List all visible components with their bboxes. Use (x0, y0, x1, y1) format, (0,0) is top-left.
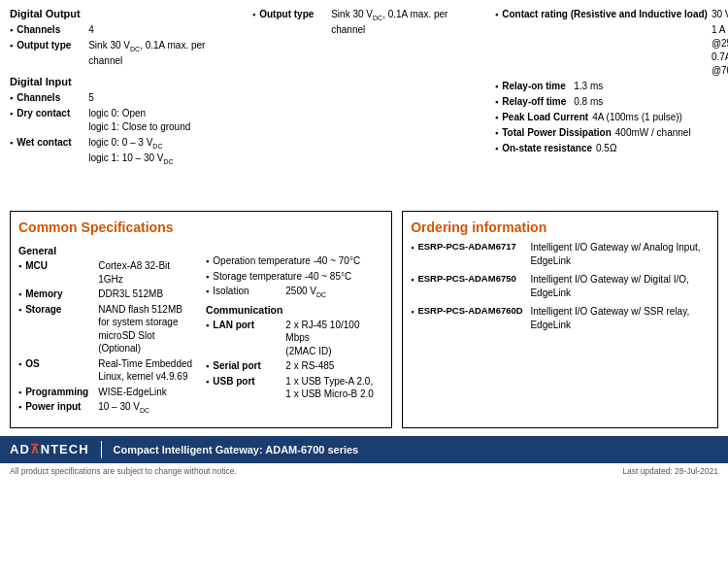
footer-logo: AD⊼NTECH (10, 442, 89, 456)
spec-key: Storage temperature (213, 270, 302, 284)
spec-key: Channels (17, 23, 84, 37)
spec-key: On-state resistance (502, 142, 592, 155)
order-val: Intelligent I/O Gateway w/ Digital I/O, … (530, 273, 710, 299)
list-item: On-state resistance 0.5Ω (495, 142, 718, 155)
spec-val: 4 (88, 23, 94, 37)
spec-val: Sink 30 VDC, 0.1A max. per channel (331, 8, 476, 37)
list-item: ESRP-PCS-ADAM6760D Intelligent I/O Gatew… (411, 305, 710, 331)
list-item: Total Power Dissipation 400mW / channel (495, 126, 718, 140)
spec-val: NAND flash 512MB for system storagemicro… (98, 303, 196, 355)
spec-val: DDR3L 512MB (98, 287, 163, 301)
order-key: ESRP-PCS-ADAM6760D (417, 305, 524, 331)
list-item: Channels 4 (10, 23, 233, 37)
spec-val: 1 x USB Type-A 2.0,1 x USB Micro-B 2.0 (285, 375, 374, 401)
spec-val: -40 ~ 85°C (305, 270, 351, 284)
order-val: Intelligent I/O Gateway w/ SSR relay, Ed… (530, 305, 710, 331)
list-item: Programming WISE-EdgeLink (18, 386, 196, 399)
spec-key: Contact rating (Resistive and Inductive … (502, 8, 708, 78)
ordering-list: ESRP-PCS-ADAM6717 Intelligent I/O Gatewa… (411, 241, 710, 331)
ordering-box: Ordering information ESRP-PCS-ADAM6717 I… (402, 211, 718, 427)
digital-input-list: Channels 5 Dry contact logic 0: Openlogi… (10, 91, 233, 167)
spec-key: Relay-on time (502, 80, 570, 93)
digital-output-title: Digital Output (10, 8, 233, 19)
list-item: Relay-on time 1.3 ms (495, 80, 718, 93)
spec-key: Wet contact (17, 136, 84, 167)
list-item: USB port 1 x USB Type-A 2.0,1 x USB Micr… (206, 375, 383, 401)
ordering-title: Ordering information (411, 219, 710, 235)
spec-key: Storage (25, 303, 95, 355)
col2: Output type Sink 30 VDC, 0.1A max. per c… (252, 8, 476, 174)
general-list: MCU Cortex-A8 32-Bit 1GHz Memory DDR3L 5… (18, 259, 196, 415)
spec-val: 5 (88, 91, 94, 105)
list-item: MCU Cortex-A8 32-Bit 1GHz (18, 259, 196, 286)
spec-val: 4A (100ms (1 pulse)) (592, 111, 682, 124)
list-item: Isolation 2500 VDC (206, 285, 383, 299)
main-content: Digital Output Channels 4 Output type Si… (0, 0, 728, 203)
logo-star: ⊼ (30, 442, 41, 456)
list-item: ESRP-PCS-ADAM6750 Intelligent I/O Gatewa… (411, 273, 710, 299)
spec-key: OS (25, 357, 95, 384)
list-item: Channels 5 (10, 91, 233, 105)
digital-output-list: Channels 4 Output type Sink 30 VDC, 0.1A… (10, 23, 233, 68)
list-item: OS Real-Time Embedded Linux, kernel v4.9… (18, 357, 196, 384)
spec-key: Isolation (213, 285, 282, 299)
spec-key: Output type (259, 8, 327, 37)
spec-val: 2 x RS-485 (285, 359, 334, 373)
common-specs-right: Operation temperature -40 ~ 70°C Storage… (206, 241, 383, 419)
spec-key: Total Power Dissipation (502, 126, 612, 140)
spec-key: Relay-off time (502, 95, 570, 109)
list-item: Output type Sink 30 VDC, 0.1A max. per c… (252, 8, 476, 37)
order-val: Intelligent I/O Gateway w/ Analog Input,… (530, 241, 710, 267)
spec-val: logic 0: Openlogic 1: Close to ground (88, 107, 190, 134)
spec-key: Serial port (213, 359, 282, 373)
col1: Digital Output Channels 4 Output type Si… (10, 8, 233, 174)
common-specs-box: Common Specifications General MCU Cortex… (10, 211, 392, 427)
general-title: General (18, 245, 196, 256)
list-item: Peak Load Current 4A (100ms (1 pulse)) (495, 111, 718, 124)
spec-key: Channels (17, 91, 84, 105)
env-list: Operation temperature -40 ~ 70°C Storage… (206, 254, 383, 299)
spec-val: Sink 30 VDC, 0.1A max. per channel (88, 39, 233, 68)
last-updated: Last updated: 28-Jul-2021 (622, 466, 718, 476)
bottom-area: Common Specifications General MCU Cortex… (0, 203, 728, 427)
disclaimer: All product specifications are subject t… (10, 466, 237, 476)
list-item: Serial port 2 x RS-485 (206, 359, 383, 373)
list-item: Operation temperature -40 ~ 70°C (206, 254, 383, 268)
order-key: ESRP-PCS-ADAM6750 (417, 273, 524, 299)
spec-key: Operation temperature (213, 254, 311, 268)
spec-key: LAN port (213, 319, 282, 358)
common-specs-inner: General MCU Cortex-A8 32-Bit 1GHz Memory… (18, 241, 383, 419)
list-item: LAN port 2 x RJ-45 10/100 Mbps(2MAC ID) (206, 319, 383, 358)
spec-val: 0.8 ms (574, 95, 603, 109)
col3: Contact rating (Resistive and Inductive … (495, 8, 718, 174)
spec-val: 2500 VDC (285, 285, 326, 299)
spec-key: MCU (25, 259, 95, 286)
spec-key: USB port (213, 375, 282, 401)
spec-val: 0.5Ω (596, 142, 616, 155)
footer-divider (101, 441, 102, 458)
footer-product-title: Compact Intelligent Gateway: ADAM-6700 s… (114, 444, 359, 456)
common-specs-left: General MCU Cortex-A8 32-Bit 1GHz Memory… (18, 241, 196, 419)
list-item: Power input 10 – 30 VDC (18, 400, 196, 415)
communication-list: LAN port 2 x RJ-45 10/100 Mbps(2MAC ID) … (206, 319, 383, 401)
spec-val: 400mW / channel (615, 126, 691, 140)
order-key: ESRP-PCS-ADAM6717 (417, 241, 524, 267)
list-item: Relay-off time 0.8 ms (495, 95, 718, 109)
list-item: Dry contact logic 0: Openlogic 1: Close … (10, 107, 233, 134)
spec-val: 30 VDC1 A @25°C0.7A @70°C (711, 8, 728, 78)
list-item: Memory DDR3L 512MB (18, 287, 196, 301)
list-item: Wet contact logic 0: 0 – 3 VDClogic 1: 1… (10, 136, 233, 167)
list-item: ESRP-PCS-ADAM6717 Intelligent I/O Gatewa… (411, 241, 710, 267)
communication-title: Communication (206, 304, 383, 316)
list-item: Storage temperature -40 ~ 85°C (206, 270, 383, 284)
spec-val: 10 – 30 VDC (98, 400, 149, 415)
footer-bottom: All product specifications are subject t… (0, 463, 728, 479)
list-item: Output type Sink 30 VDC, 0.1A max. per c… (10, 39, 233, 68)
spec-val: 1.3 ms (574, 80, 603, 93)
spec-val: Cortex-A8 32-Bit 1GHz (98, 259, 196, 286)
top-three-col: Digital Output Channels 4 Output type Si… (10, 8, 718, 174)
spec-val: logic 0: 0 – 3 VDClogic 1: 10 – 30 VDC (88, 136, 173, 167)
spec-val: 2 x RJ-45 10/100 Mbps(2MAC ID) (285, 319, 383, 358)
col3-list: Contact rating (Resistive and Inductive … (495, 8, 718, 155)
spec-val: WISE-EdgeLink (98, 386, 167, 399)
